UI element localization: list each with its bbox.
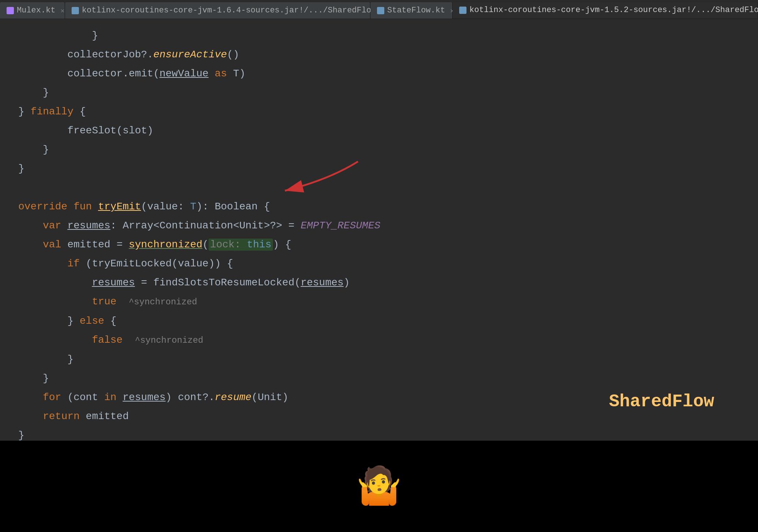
- tab-icon-sharedflow164: [72, 7, 79, 14]
- code-line-17: false ^synchronized: [18, 331, 740, 350]
- sharedflow-label: SharedFlow: [609, 392, 714, 411]
- tab-icon-sharedflow152: [459, 7, 466, 14]
- code-line-19: }: [18, 369, 740, 388]
- editor-area: } collectorJob?.ensureActive() collector…: [0, 19, 758, 441]
- shrug-emoji: 🤷: [356, 464, 402, 509]
- code-line-18: }: [18, 350, 740, 369]
- bottom-bar: 🤷: [0, 441, 758, 532]
- code-line-4: }: [18, 83, 740, 102]
- tab-label-sharedflow152: kotlinx-coroutines-core-jvm-1.5.2-source…: [469, 5, 758, 15]
- code-line-10: override fun tryEmit(value: T): Boolean …: [18, 197, 740, 216]
- tab-sharedflow164[interactable]: kotlinx-coroutines-core-jvm-1.6.4-source…: [65, 2, 370, 19]
- code-line-3: collector.emit(newValue as T): [18, 64, 740, 83]
- code-line-5: } finally {: [18, 102, 740, 121]
- code-line-9: [18, 178, 740, 197]
- code-line-1: }: [18, 26, 740, 45]
- code-line-12: val emitted = synchronized(lock: this) {: [18, 235, 740, 254]
- code-line-6: freeSlot(slot): [18, 121, 740, 140]
- tab-mulex[interactable]: Mulex.kt ✕: [0, 2, 65, 19]
- tab-label-sharedflow164: kotlinx-coroutines-core-jvm-1.6.4-source…: [82, 6, 391, 15]
- code-line-15: true ^synchronized: [18, 292, 740, 312]
- code-line-22: }: [18, 426, 740, 441]
- tab-close-mulex[interactable]: ✕: [61, 7, 65, 15]
- tab-sharedflow152[interactable]: kotlinx-coroutines-core-jvm-1.5.2-source…: [453, 2, 758, 19]
- code-line-13: if (tryEmitLocked(value)) {: [18, 254, 740, 273]
- tab-label-stateflow: StateFlow.kt: [387, 6, 445, 15]
- code-line-11: var resumes: Array<Continuation<Unit>?> …: [18, 216, 740, 235]
- code-content: } collectorJob?.ensureActive() collector…: [0, 26, 758, 441]
- code-line-14: resumes = findSlotsToResumeLocked(resume…: [18, 273, 740, 292]
- code-line-8: }: [18, 159, 740, 178]
- code-line-2: collectorJob?.ensureActive(): [18, 45, 740, 64]
- tab-stateflow[interactable]: StateFlow.kt ✕: [370, 2, 453, 19]
- code-line-7: }: [18, 140, 740, 159]
- code-line-16: } else {: [18, 312, 740, 331]
- tab-label-mulex: Mulex.kt: [17, 6, 56, 15]
- tab-bar: Mulex.kt ✕ kotlinx-coroutines-core-jvm-1…: [0, 0, 758, 19]
- tab-icon-mulex: [7, 7, 14, 14]
- tab-icon-stateflow: [377, 7, 384, 14]
